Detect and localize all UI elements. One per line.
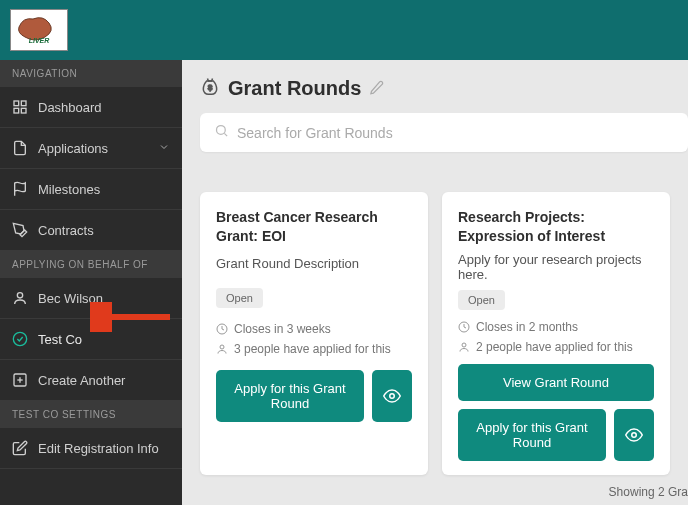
edit-title-icon[interactable] bbox=[369, 77, 384, 100]
money-bag-icon: $ bbox=[200, 76, 220, 101]
document-icon bbox=[12, 140, 28, 156]
svg-line-12 bbox=[224, 133, 227, 136]
svg-point-17 bbox=[462, 343, 466, 347]
view-button[interactable] bbox=[372, 370, 412, 422]
search-bar[interactable] bbox=[200, 113, 688, 152]
sidebar-item-label: Dashboard bbox=[38, 100, 102, 115]
flag-icon bbox=[12, 181, 28, 197]
closes-text: Closes in 3 weeks bbox=[234, 322, 331, 336]
svg-rect-2 bbox=[14, 108, 19, 113]
applied-text: 3 people have applied for this bbox=[234, 342, 391, 356]
sidebar-item-label: Contracts bbox=[38, 223, 94, 238]
edit-icon bbox=[12, 440, 28, 456]
behalf-section-label: APPLYING ON BEHALF OF bbox=[0, 251, 182, 278]
user-icon bbox=[12, 290, 28, 306]
view-button[interactable] bbox=[614, 409, 654, 461]
apply-button[interactable]: Apply for this Grant Round bbox=[216, 370, 364, 422]
view-grant-button[interactable]: View Grant Round bbox=[458, 364, 654, 401]
svg-point-18 bbox=[632, 433, 637, 438]
card-description: Apply for your research projects here. bbox=[458, 252, 654, 282]
results-count: Showing 2 Gra bbox=[609, 485, 688, 499]
sidebar-item-label: Create Another bbox=[38, 373, 125, 388]
svg-point-11 bbox=[217, 126, 226, 135]
svg-point-14 bbox=[220, 345, 224, 349]
sidebar-item-label: Edit Registration Info bbox=[38, 441, 159, 456]
clock-icon bbox=[216, 323, 228, 335]
user-icon bbox=[216, 343, 228, 355]
page-title-text: Grant Rounds bbox=[228, 77, 361, 100]
sidebar-item-user[interactable]: Bec Wilson bbox=[0, 278, 182, 319]
grant-card: Research Projects: Expression of Interes… bbox=[442, 192, 670, 475]
svg-point-5 bbox=[17, 293, 22, 298]
closes-text: Closes in 2 months bbox=[476, 320, 578, 334]
sidebar-item-applications[interactable]: Applications bbox=[0, 128, 182, 169]
svg-rect-3 bbox=[21, 108, 26, 113]
sidebar-item-contracts[interactable]: Contracts bbox=[0, 210, 182, 251]
page-title: $ Grant Rounds bbox=[200, 76, 688, 101]
sidebar-item-milestones[interactable]: Milestones bbox=[0, 169, 182, 210]
svg-point-6 bbox=[13, 332, 26, 345]
clock-icon bbox=[458, 321, 470, 333]
chevron-down-icon bbox=[158, 141, 170, 156]
sidebar: NAVIGATION Dashboard Applications Milest… bbox=[0, 60, 182, 505]
apply-button[interactable]: Apply for this Grant Round bbox=[458, 409, 606, 461]
svg-rect-0 bbox=[14, 101, 19, 106]
applied-meta: 2 people have applied for this bbox=[458, 340, 654, 354]
sidebar-item-dashboard[interactable]: Dashboard bbox=[0, 87, 182, 128]
closes-meta: Closes in 2 months bbox=[458, 320, 654, 334]
card-description: Grant Round Description bbox=[216, 256, 412, 274]
settings-section-label: TEST CO SETTINGS bbox=[0, 401, 182, 428]
sidebar-item-label: Test Co bbox=[38, 332, 82, 347]
status-badge: Open bbox=[458, 290, 505, 310]
sidebar-item-label: Milestones bbox=[38, 182, 100, 197]
sidebar-item-create-another[interactable]: Create Another bbox=[0, 360, 182, 401]
check-circle-icon bbox=[12, 331, 28, 347]
sidebar-item-label: Applications bbox=[38, 141, 108, 156]
card-title: Breast Cancer Research Grant: EOI bbox=[216, 208, 412, 246]
card-title: Research Projects: Expression of Interes… bbox=[458, 208, 654, 246]
sidebar-item-testco[interactable]: Test Co bbox=[0, 319, 182, 360]
sidebar-item-label: Bec Wilson bbox=[38, 291, 103, 306]
dashboard-icon bbox=[12, 99, 28, 115]
user-icon bbox=[458, 341, 470, 353]
pen-icon bbox=[12, 222, 28, 238]
svg-rect-1 bbox=[21, 101, 26, 106]
main-content: $ Grant Rounds Breast Cancer Research Gr… bbox=[182, 60, 688, 505]
nav-section-label: NAVIGATION bbox=[0, 60, 182, 87]
applied-text: 2 people have applied for this bbox=[476, 340, 633, 354]
top-header: LIVER bbox=[0, 0, 688, 60]
plus-square-icon bbox=[12, 372, 28, 388]
sidebar-item-edit-registration[interactable]: Edit Registration Info bbox=[0, 428, 182, 469]
grant-card: Breast Cancer Research Grant: EOI Grant … bbox=[200, 192, 428, 475]
applied-meta: 3 people have applied for this bbox=[216, 342, 412, 356]
brand-logo: LIVER bbox=[10, 9, 68, 51]
svg-text:$: $ bbox=[208, 83, 213, 92]
closes-meta: Closes in 3 weeks bbox=[216, 322, 412, 336]
logo-text: LIVER bbox=[29, 37, 50, 44]
status-badge: Open bbox=[216, 288, 263, 308]
svg-point-15 bbox=[390, 394, 395, 399]
search-icon bbox=[214, 123, 229, 142]
search-input[interactable] bbox=[237, 125, 674, 141]
